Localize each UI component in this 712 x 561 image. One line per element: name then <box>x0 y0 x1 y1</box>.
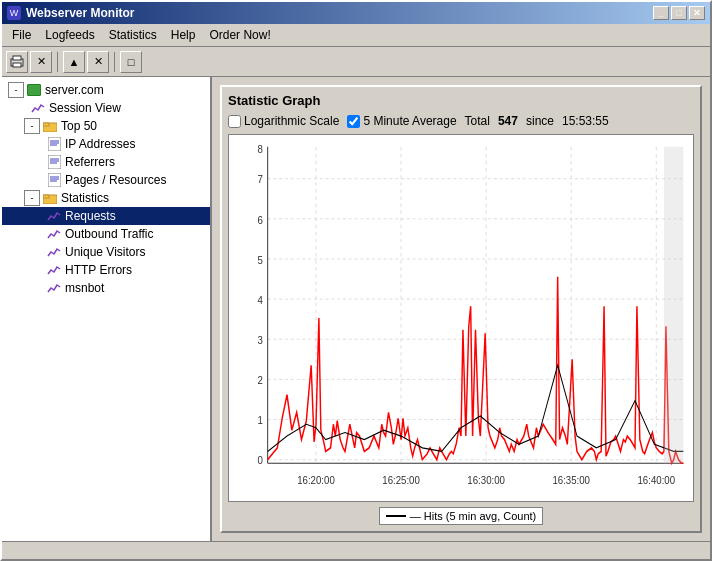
toolbar-separator-2 <box>114 52 115 72</box>
svg-text:4: 4 <box>257 293 262 306</box>
ip-addresses-label: IP Addresses <box>65 137 136 151</box>
session-view-icon <box>30 100 46 116</box>
log-scale-label: Logarithmic Scale <box>244 114 339 128</box>
menu-file[interactable]: File <box>6 26 37 44</box>
toolbar-stop-button[interactable]: ✕ <box>30 51 52 73</box>
close-button[interactable]: ✕ <box>689 6 705 20</box>
toolbar-new-button[interactable]: □ <box>120 51 142 73</box>
svg-rect-13 <box>48 173 61 187</box>
svg-rect-9 <box>48 155 61 169</box>
statistics-folder-label: Statistics <box>61 191 109 205</box>
session-view-label: Session View <box>49 101 121 115</box>
tree-http-errors[interactable]: HTTP Errors <box>2 261 210 279</box>
msnbot-icon <box>46 280 62 296</box>
avg-checkbox[interactable] <box>347 115 360 128</box>
svg-text:16:35:00: 16:35:00 <box>552 474 590 487</box>
svg-text:16:40:00: 16:40:00 <box>637 474 675 487</box>
main-window: W Webserver Monitor _ □ ✕ File Logfeeds … <box>0 0 712 561</box>
toolbar-up-button[interactable]: ▲ <box>63 51 85 73</box>
title-bar-left: W Webserver Monitor <box>7 6 134 20</box>
http-errors-label: HTTP Errors <box>65 263 132 277</box>
total-label: Total <box>465 114 490 128</box>
svg-text:3: 3 <box>257 333 262 346</box>
tree-outbound-traffic[interactable]: Outbound Traffic <box>2 225 210 243</box>
tree-referrers[interactable]: Referrers <box>2 153 210 171</box>
toolbar-separator-1 <box>57 52 58 72</box>
menu-bar: File Logfeeds Statistics Help Order Now! <box>2 24 710 47</box>
ip-addresses-icon <box>46 136 62 152</box>
total-value: 547 <box>498 114 518 128</box>
svg-rect-49 <box>664 147 683 463</box>
graph-svg: 0 1 2 3 4 5 6 7 8 16:20:00 16:25:00 16:3… <box>229 135 693 501</box>
maximize-button[interactable]: □ <box>671 6 687 20</box>
legend-item-hits: — Hits (5 min avg, Count) <box>379 507 544 525</box>
svg-text:0: 0 <box>257 453 262 466</box>
svg-rect-2 <box>13 63 21 67</box>
svg-text:8: 8 <box>257 142 262 155</box>
graph-title: Statistic Graph <box>228 93 694 108</box>
tree-ip-addresses[interactable]: IP Addresses <box>2 135 210 153</box>
referrers-icon <box>46 154 62 170</box>
main-panel: Statistic Graph Logarithmic Scale 5 Minu… <box>212 77 710 541</box>
menu-order[interactable]: Order Now! <box>203 26 276 44</box>
tree-expander-top50[interactable]: - <box>24 118 40 134</box>
since-label: since <box>526 114 554 128</box>
menu-help[interactable]: Help <box>165 26 202 44</box>
tree-session-view[interactable]: Session View <box>2 99 210 117</box>
status-bar <box>2 541 710 559</box>
avg-label: 5 Minute Average <box>363 114 456 128</box>
requests-label: Requests <box>65 209 116 223</box>
http-errors-icon <box>46 262 62 278</box>
legend-line <box>386 515 406 517</box>
server-label: server.com <box>45 83 104 97</box>
svg-rect-5 <box>48 137 61 151</box>
tree-expander-stats[interactable]: - <box>24 190 40 206</box>
unique-visitors-label: Unique Visitors <box>65 245 145 259</box>
top50-label: Top 50 <box>61 119 97 133</box>
app-icon: W <box>7 6 21 20</box>
svg-rect-19 <box>229 135 693 501</box>
svg-rect-18 <box>43 195 49 198</box>
svg-text:16:20:00: 16:20:00 <box>297 474 335 487</box>
toolbar-print-button[interactable] <box>6 51 28 73</box>
avg-control: 5 Minute Average <box>347 114 456 128</box>
graph-controls: Logarithmic Scale 5 Minute Average Total… <box>228 114 694 128</box>
toolbar-delete-button[interactable]: ✕ <box>87 51 109 73</box>
tree-unique-visitors[interactable]: Unique Visitors <box>2 243 210 261</box>
unique-visitors-icon <box>46 244 62 260</box>
pages-resources-icon <box>46 172 62 188</box>
server-icon <box>26 82 42 98</box>
legend-text: — Hits (5 min avg, Count) <box>410 510 537 522</box>
menu-statistics[interactable]: Statistics <box>103 26 163 44</box>
outbound-traffic-icon <box>46 226 62 242</box>
tree-requests[interactable]: Requests <box>2 207 210 225</box>
msnbot-label: msnbot <box>65 281 104 295</box>
window-title: Webserver Monitor <box>26 6 134 20</box>
outbound-traffic-label: Outbound Traffic <box>65 227 154 241</box>
svg-text:16:30:00: 16:30:00 <box>467 474 505 487</box>
svg-rect-1 <box>13 56 21 60</box>
tree-msnbot[interactable]: msnbot <box>2 279 210 297</box>
svg-text:1: 1 <box>257 413 262 426</box>
toolbar: ✕ ▲ ✕ □ <box>2 47 710 77</box>
referrers-label: Referrers <box>65 155 115 169</box>
since-time: 15:53:55 <box>562 114 609 128</box>
tree-top50[interactable]: - Top 50 <box>2 117 210 135</box>
title-bar: W Webserver Monitor _ □ ✕ <box>2 2 710 24</box>
log-scale-checkbox[interactable] <box>228 115 241 128</box>
sidebar: - server.com Session View - <box>2 77 212 541</box>
svg-text:2: 2 <box>257 373 262 386</box>
tree-statistics-folder[interactable]: - Statistics <box>2 189 210 207</box>
tree-expander-root[interactable]: - <box>8 82 24 98</box>
svg-text:16:25:00: 16:25:00 <box>382 474 420 487</box>
minimize-button[interactable]: _ <box>653 6 669 20</box>
svg-rect-4 <box>43 123 49 126</box>
svg-text:5: 5 <box>257 253 262 266</box>
svg-text:7: 7 <box>257 172 262 185</box>
tree-pages-resources[interactable]: Pages / Resources <box>2 171 210 189</box>
svg-text:6: 6 <box>257 213 262 226</box>
top50-folder-icon <box>42 118 58 134</box>
menu-logfeeds[interactable]: Logfeeds <box>39 26 100 44</box>
graph-area: 0 1 2 3 4 5 6 7 8 16:20:00 16:25:00 16:3… <box>228 134 694 502</box>
tree-server-root[interactable]: - server.com <box>2 81 210 99</box>
